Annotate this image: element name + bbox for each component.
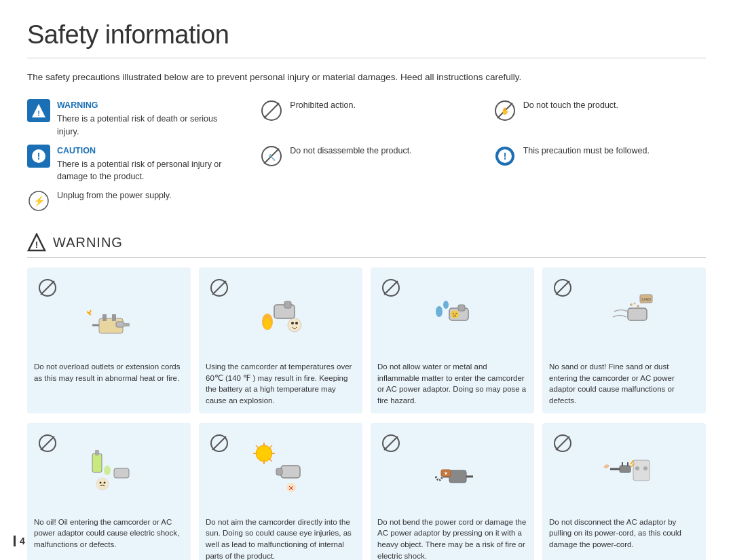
must-follow-circle-icon: ! bbox=[493, 145, 516, 168]
card-temperature-text: Using the camcorder at temperatures over… bbox=[206, 361, 356, 407]
no-symbol-icon bbox=[553, 434, 572, 453]
page-number: 4 bbox=[14, 536, 25, 546]
card-overload: Do not overload outlets or extension cor… bbox=[27, 267, 191, 413]
sand-dust-illustration: SAND bbox=[594, 284, 655, 346]
no-symbol-icon bbox=[210, 278, 229, 297]
card-sand-dust-image: SAND bbox=[549, 274, 699, 356]
caution-description: There is a potential risk of personal in… bbox=[57, 160, 221, 181]
intro-text: The safety precautions illustrated below… bbox=[27, 71, 706, 84]
svg-line-83 bbox=[384, 436, 398, 450]
svg-line-50 bbox=[556, 281, 569, 295]
svg-rect-92 bbox=[620, 466, 631, 472]
no-touch-icon-box: ✋ bbox=[493, 99, 516, 122]
svg-rect-63 bbox=[114, 468, 129, 478]
temperature-illustration bbox=[250, 284, 312, 346]
svg-point-37 bbox=[288, 318, 301, 332]
warning-description: There is a potential risk of death or se… bbox=[57, 114, 217, 136]
card-direct-sun: Do not aim the camcorder directly into t… bbox=[199, 423, 362, 560]
card-power-cord-image: ▼ bbox=[377, 430, 527, 511]
warning-cards-row2: No oil! Oil entering the camcorder or AC… bbox=[27, 423, 706, 560]
caution-blue-square-icon: ! bbox=[27, 145, 50, 168]
no-symbol-icon bbox=[38, 278, 57, 297]
svg-line-68 bbox=[212, 436, 226, 450]
svg-rect-34 bbox=[284, 301, 291, 308]
card-ac-adaptor-image bbox=[549, 430, 699, 511]
must-follow-icon-box: ! bbox=[493, 145, 516, 168]
legend-item-caution: ! CAUTION There is a potential risk of p… bbox=[27, 145, 240, 183]
svg-point-90 bbox=[635, 466, 639, 470]
warning-icon-box: ! bbox=[27, 99, 50, 122]
svg-point-44 bbox=[436, 306, 443, 317]
svg-text:▼: ▼ bbox=[443, 471, 448, 476]
svg-line-95 bbox=[631, 460, 633, 464]
svg-line-28 bbox=[89, 310, 91, 314]
direct-sun-illustration bbox=[250, 440, 312, 501]
card-water-metal-text: Do not allow water or metal and inflamma… bbox=[377, 361, 527, 407]
unplug-icon: ⚡ bbox=[27, 189, 50, 212]
caution-label: CAUTION bbox=[57, 145, 240, 157]
svg-line-22 bbox=[41, 281, 54, 295]
card-direct-sun-image bbox=[206, 430, 356, 511]
svg-point-36 bbox=[264, 318, 271, 329]
svg-text:!: ! bbox=[37, 109, 40, 117]
disassemble-text-block: Do not disassemble the product. bbox=[290, 145, 411, 157]
svg-rect-84 bbox=[449, 470, 466, 483]
legend-item-must-follow: ! This precaution must be followed. bbox=[493, 145, 706, 183]
warning-section-header: ! WARNING bbox=[27, 233, 706, 258]
must-follow-text-block: This precaution must be followed. bbox=[523, 145, 650, 157]
legend-item-unplug: ⚡ Unplug from the power supply. bbox=[27, 189, 240, 212]
svg-rect-89 bbox=[633, 460, 650, 481]
warning-triangle-icon: ! bbox=[27, 233, 46, 252]
svg-point-79 bbox=[286, 483, 296, 492]
title-divider bbox=[27, 58, 706, 58]
svg-rect-78 bbox=[276, 468, 282, 475]
legend-item-prohibited: Prohibited action. bbox=[260, 99, 472, 137]
no-symbol-icon bbox=[210, 434, 229, 453]
no-symbol-icon bbox=[381, 278, 400, 297]
svg-point-38 bbox=[291, 322, 294, 324]
unplug-icon-box: ⚡ bbox=[27, 189, 50, 212]
power-cord-illustration: ▼ bbox=[422, 440, 483, 501]
prohibited-text-block: Prohibited action. bbox=[290, 99, 356, 111]
svg-text:!: ! bbox=[37, 151, 41, 162]
svg-point-65 bbox=[99, 481, 101, 483]
svg-text:!: ! bbox=[503, 151, 506, 162]
svg-rect-30 bbox=[124, 323, 130, 326]
svg-point-91 bbox=[643, 466, 647, 470]
svg-rect-61 bbox=[95, 450, 99, 455]
card-sand-dust-text: No sand or dust! Fine sand or dust enter… bbox=[549, 361, 699, 407]
ac-adaptor-illustration bbox=[594, 440, 655, 501]
card-ac-adaptor-text: Do not disconnect the AC adaptor by pull… bbox=[549, 517, 699, 550]
svg-line-59 bbox=[41, 436, 54, 450]
legend-item-no-touch: ✋ Do not touch the product. bbox=[493, 99, 706, 137]
svg-line-32 bbox=[212, 281, 226, 295]
svg-rect-25 bbox=[112, 314, 116, 321]
prohibited-circle-icon bbox=[260, 99, 283, 122]
card-direct-sun-text: Do not aim the camcorder directly into t… bbox=[206, 517, 356, 560]
no-symbol-icon bbox=[38, 434, 57, 453]
svg-rect-43 bbox=[458, 305, 465, 311]
svg-text:🔧: 🔧 bbox=[268, 153, 276, 162]
no-oil-illustration bbox=[79, 440, 140, 501]
no-touch-circle-icon: ✋ bbox=[493, 99, 516, 122]
overload-illustration bbox=[79, 284, 140, 346]
svg-point-45 bbox=[443, 301, 449, 309]
card-no-oil-text: No oil! Oil entering the camcorder or AC… bbox=[34, 517, 184, 550]
warning-section-title: WARNING bbox=[53, 235, 123, 250]
disassemble-icon-box: 🔧 bbox=[260, 145, 283, 168]
legend-item-disassemble: 🔧 Do not disassemble the product. bbox=[260, 145, 472, 183]
warning-blue-square-icon: ! bbox=[27, 99, 50, 122]
svg-line-41 bbox=[384, 281, 398, 295]
svg-rect-51 bbox=[628, 308, 647, 320]
prohibited-description: Prohibited action. bbox=[290, 100, 356, 110]
disassemble-description: Do not disassemble the product. bbox=[290, 146, 411, 155]
card-no-oil: No oil! Oil entering the camcorder or AC… bbox=[27, 423, 191, 560]
svg-point-64 bbox=[96, 478, 109, 490]
svg-point-57 bbox=[640, 302, 642, 304]
svg-point-62 bbox=[104, 466, 111, 475]
caution-icon-box: ! bbox=[27, 145, 50, 168]
card-water-metal: Do not allow water or metal and inflamma… bbox=[371, 267, 534, 413]
card-temperature-image bbox=[206, 274, 356, 356]
legend-grid: ! WARNING There is a potential risk of d… bbox=[27, 99, 706, 212]
warning-cards-row1: Do not overload outlets or extension cor… bbox=[27, 267, 706, 413]
